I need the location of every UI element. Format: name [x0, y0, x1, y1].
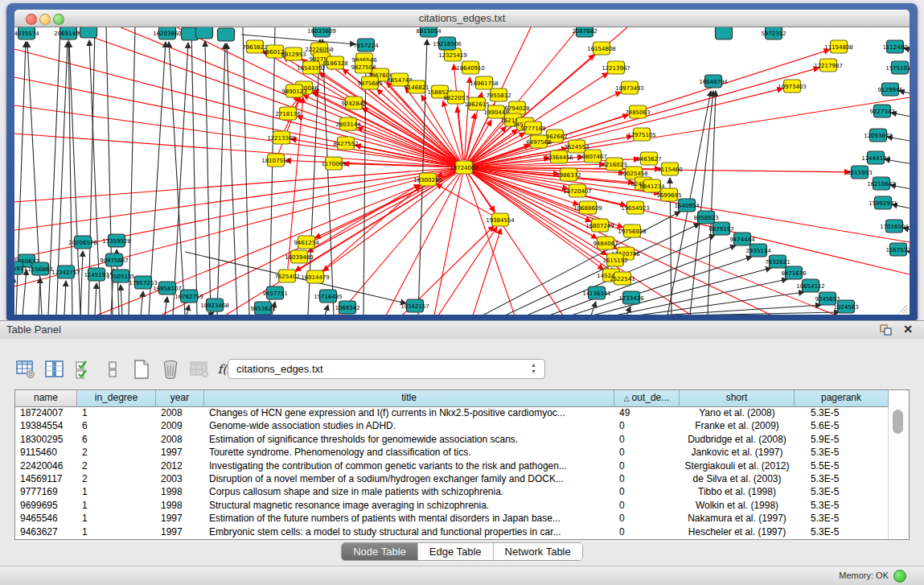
graph-node[interactable]: 12093872 [864, 129, 893, 142]
table-row[interactable]: 946554611997Estimation of the future num… [15, 512, 889, 525]
graph-node[interactable]: 90975887 [100, 253, 129, 266]
graph-node[interactable]: 10923468 [200, 299, 229, 311]
graph-node[interactable]: 9890123 [281, 84, 306, 97]
graph-node[interactable]: 12342757 [51, 266, 80, 278]
graph-node[interactable]: 8215953 [847, 166, 872, 179]
table-row[interactable]: 911546021997Tourette syndrome. Phenomeno… [15, 446, 889, 459]
column-header-out_de[interactable]: △out_de... [614, 390, 680, 406]
graph-node[interactable]: 1156863 [27, 262, 52, 275]
graph-node[interactable]: 19654923 [621, 201, 650, 214]
graph-node[interactable]: 7632621 [765, 255, 790, 268]
new-column-icon[interactable] [130, 359, 152, 381]
graph-node[interactable]: 17016504 [880, 220, 909, 233]
graph-node[interactable]: 16203860 [153, 27, 182, 39]
graph-node[interactable]: 6497568 [526, 135, 551, 148]
graph-node[interactable]: 1640954 [674, 199, 700, 212]
graph-node[interactable]: 5972312 [761, 27, 786, 39]
tab-edge-table[interactable]: Edge Table [418, 543, 494, 560]
graph-node[interactable]: 1170065 [321, 157, 346, 170]
graph-node[interactable]: 15751074 [885, 61, 910, 74]
graph-node[interactable]: 14136141 [582, 286, 611, 299]
float-panel-icon[interactable] [880, 324, 892, 336]
column-header-pagerank[interactable]: pagerank [795, 390, 889, 406]
graph-node[interactable]: 9474444 [729, 233, 755, 245]
graph-node[interactable]: 8427552 [333, 137, 358, 150]
graph-node[interactable]: 2087682 [572, 27, 597, 37]
graph-node[interactable]: 8186328 [322, 56, 347, 69]
graph-node[interactable]: 7986372 [556, 168, 581, 181]
graph-node[interactable] [196, 27, 213, 39]
graph-node[interactable] [716, 27, 733, 39]
graph-node[interactable]: 1112480 [882, 40, 907, 53]
clear-selection-icon[interactable] [101, 359, 123, 381]
graph-node[interactable]: 10654112 [796, 279, 825, 292]
show-column-icon[interactable] [43, 359, 65, 381]
memory-ok-indicator[interactable] [893, 570, 906, 583]
table-row[interactable]: 969969511998Structural magnetic resonanc… [15, 499, 889, 512]
graph-node[interactable]: 7857224 [353, 39, 379, 51]
table-row[interactable]: 1938455462009Genome-wide association stu… [15, 419, 889, 432]
graph-node[interactable]: 11154808 [824, 40, 853, 53]
table-mode-icon[interactable] [14, 359, 36, 381]
window-titlebar[interactable]: citations_edges.txt [14, 10, 910, 27]
graph-node[interactable]: 16914479 [301, 270, 330, 283]
graph-node[interactable]: 15720407 [563, 184, 592, 197]
graph-node[interactable]: 9699695 [656, 188, 681, 201]
graph-node[interactable]: 7955812 [486, 89, 511, 101]
graph-node[interactable]: 16210643 [867, 177, 896, 190]
graph-node[interactable]: 4035574 [14, 27, 39, 39]
table-row[interactable]: 977716911998Corpus callosum shape and si… [15, 485, 889, 498]
tab-node-table[interactable]: Node Table [342, 543, 418, 560]
network-canvas[interactable]: 1872400779638228860128891295322226058982… [14, 27, 910, 315]
column-header-name[interactable]: name [15, 390, 77, 406]
graph-node[interactable]: 10342157 [400, 299, 429, 312]
table-row[interactable]: 2242004622012Investigating the contribut… [15, 459, 889, 472]
table-row[interactable]: 1456911722003Disruption of a novel membe… [15, 472, 889, 485]
graph-node[interactable]: 1069342 [335, 301, 359, 314]
close-panel-icon[interactable]: ✕ [903, 323, 913, 336]
graph-node[interactable]: 2935114 [745, 244, 771, 257]
graph-node[interactable]: 9463627 [636, 152, 661, 165]
graph-node[interactable]: 7625402 [274, 270, 299, 282]
graph-node[interactable]: 9115460 [657, 163, 682, 175]
graph-node[interactable]: 16648794 [699, 75, 728, 88]
column-header-year[interactable]: year [156, 390, 204, 406]
column-header-short[interactable]: short [680, 390, 795, 406]
graph-node[interactable]: 6794028 [504, 101, 529, 114]
column-header-in_degree[interactable]: in_degree [77, 390, 156, 406]
graph-node[interactable] [218, 28, 235, 41]
graph-node[interactable]: 9457751 [262, 286, 287, 299]
graph-node[interactable]: 8471676 [781, 266, 807, 279]
tab-network-table[interactable]: Network Table [494, 543, 582, 560]
graph-node[interactable]: 9453628 [250, 302, 275, 315]
graph-node[interactable]: 1024563 [833, 300, 858, 313]
graph-node[interactable]: 2522541 [610, 272, 634, 285]
graph-node[interactable]: 16033809 [307, 27, 336, 37]
graph-node[interactable]: 15716485 [314, 290, 343, 303]
graph-node[interactable]: 1615192 [602, 253, 627, 266]
graph-node[interactable]: 6879197 [708, 222, 733, 235]
graph-node[interactable]: 18640910 [456, 61, 485, 74]
table-row[interactable]: 946362711997Embryonic stem cells: a mode… [15, 525, 889, 538]
graph-node[interactable]: 9484067 [593, 237, 618, 249]
delete-column-icon[interactable] [159, 359, 181, 381]
graph-node[interactable]: 19756928 [618, 225, 647, 237]
graph-node[interactable]: 9875685 [357, 76, 382, 89]
graph-node[interactable]: 12975105 [627, 128, 656, 141]
table-row[interactable]: 1872400712008Changes of HCN gene express… [15, 406, 889, 419]
graph-node[interactable]: 16154808 [587, 42, 616, 55]
table-scrollbar[interactable] [888, 406, 909, 539]
graph-node[interactable]: 12217987 [814, 59, 843, 72]
graph-node[interactable]: 12444194 [861, 151, 890, 164]
table-row[interactable]: 1830029562008Estimation of significance … [15, 433, 889, 446]
graph-node[interactable]: 10688609 [573, 201, 602, 214]
network-file-select[interactable]: citations_edges.txt ▲▼ [228, 359, 545, 379]
delete-table-icon[interactable] [188, 359, 210, 381]
graph-node[interactable]: 17359928 [102, 234, 131, 247]
graph-node[interactable]: 10973403 [778, 80, 807, 93]
graph-node[interactable]: 8912953 [281, 47, 306, 60]
graph-node[interactable]: 9129946 [877, 83, 903, 96]
graph-node[interactable]: 7485063 [625, 105, 650, 118]
graph-node[interactable]: 9227342 [869, 105, 894, 117]
graph-node[interactable]: 9146821 [404, 80, 429, 93]
